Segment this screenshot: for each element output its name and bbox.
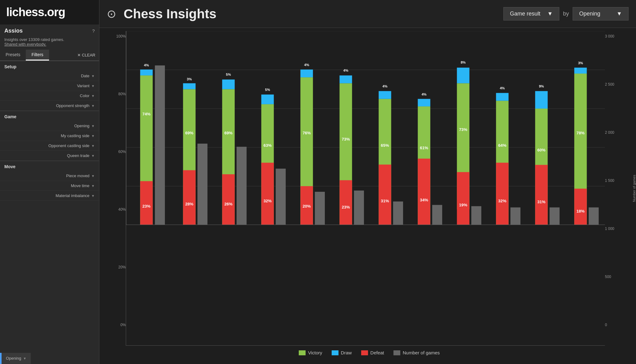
chevron-down-icon: ▼ xyxy=(91,104,95,108)
svg-rect-89 xyxy=(589,207,599,225)
svg-text:8%: 8% xyxy=(461,61,466,64)
svg-text:26%: 26% xyxy=(224,202,233,206)
legend-draw-label: Draw xyxy=(341,350,352,355)
tab-presets[interactable]: Presets xyxy=(0,50,26,61)
dimension-label: Opening xyxy=(579,11,600,17)
filter-opponent-strength-label: Opponent strength xyxy=(56,103,89,108)
sidebar-tabs: Presets Filters ✕ CLEAR xyxy=(0,50,99,61)
y-right-3000: 3 000 xyxy=(605,34,614,38)
svg-rect-82 xyxy=(550,207,560,225)
by-label: by xyxy=(563,11,569,17)
insights-text: Insights over 13309 rated games. xyxy=(4,37,95,42)
header: ⊙ Chess Insights Game result ▼ by Openin… xyxy=(99,0,636,28)
chevron-down-icon: ▼ xyxy=(91,144,95,148)
svg-rect-63 xyxy=(457,68,469,83)
draw-color-swatch xyxy=(332,350,338,355)
svg-rect-35 xyxy=(300,70,313,77)
filter-castling-side[interactable]: My castling side ▼ xyxy=(0,131,99,141)
y-label-80: 80% xyxy=(118,92,126,96)
tab-filters[interactable]: Filters xyxy=(26,50,49,61)
svg-rect-68 xyxy=(471,206,481,225)
filter-date-label: Date xyxy=(81,74,89,78)
dimension-dropdown[interactable]: Opening ▼ xyxy=(573,7,629,20)
chevron-down-icon: ▼ xyxy=(547,11,553,17)
chevron-down-icon: ▼ xyxy=(91,74,95,78)
svg-text:23%: 23% xyxy=(142,204,151,209)
filter-variant[interactable]: Variant ▼ xyxy=(0,81,99,91)
svg-rect-75 xyxy=(511,207,520,225)
filter-queen-trade[interactable]: Queen trade ▼ xyxy=(0,151,99,161)
svg-rect-21 xyxy=(222,79,234,89)
svg-text:23%: 23% xyxy=(342,205,350,209)
svg-rect-78 xyxy=(535,165,547,225)
insights-info: Insights over 13309 rated games. Shared … xyxy=(0,35,99,50)
svg-text:69%: 69% xyxy=(224,131,233,135)
insights-icon: ⊙ xyxy=(107,7,116,20)
filter-material-imbalance[interactable]: Material imbalance ▼ xyxy=(0,191,99,201)
svg-rect-8 xyxy=(140,181,152,225)
filter-color[interactable]: Color ▼ xyxy=(0,91,99,101)
clear-button[interactable]: ✕ CLEAR xyxy=(74,50,99,61)
svg-text:31%: 31% xyxy=(537,200,546,204)
svg-text:78%: 78% xyxy=(576,131,585,135)
filter-opp-castling[interactable]: Opponent castling side ▼ xyxy=(0,141,99,151)
svg-rect-33 xyxy=(276,169,286,225)
game-header: Game xyxy=(0,111,99,121)
svg-text:76%: 76% xyxy=(302,131,311,135)
help-button[interactable]: ? xyxy=(92,28,95,34)
filter-queen-trade-label: Queen trade xyxy=(67,153,89,158)
y-label-0: 0% xyxy=(120,323,126,327)
legend-num-games: Number of games xyxy=(393,350,440,355)
metric-dropdown[interactable]: Game result ▼ xyxy=(503,7,559,20)
y-right-2000: 2 000 xyxy=(605,130,614,135)
svg-rect-19 xyxy=(198,144,207,225)
y-right-500: 500 xyxy=(605,275,611,279)
svg-text:4%: 4% xyxy=(144,63,149,67)
y-label-60: 60% xyxy=(118,150,126,154)
svg-text:4%: 4% xyxy=(304,63,309,67)
chevron-down-icon: ▼ xyxy=(91,154,95,158)
chart-container: 100% 80% 60% 40% 20% 0% xyxy=(99,28,636,364)
svg-rect-40 xyxy=(315,192,325,225)
svg-text:3%: 3% xyxy=(578,61,583,65)
chevron-down-icon: ▼ xyxy=(91,84,95,88)
svg-rect-56 xyxy=(418,99,430,106)
svg-rect-85 xyxy=(574,189,587,225)
svg-rect-49 xyxy=(379,91,391,99)
metric-label: Game result xyxy=(510,11,540,17)
bottom-opening-item[interactable]: Opening ▼ xyxy=(2,353,31,364)
svg-rect-54 xyxy=(393,201,403,225)
svg-text:4%: 4% xyxy=(421,92,426,96)
logo: lichess.org xyxy=(0,0,99,25)
svg-rect-43 xyxy=(339,180,352,225)
svg-text:34%: 34% xyxy=(420,198,428,202)
svg-rect-22 xyxy=(222,174,234,225)
svg-text:73%: 73% xyxy=(459,128,467,132)
svg-rect-42 xyxy=(339,75,352,83)
legend-defeat: Defeat xyxy=(361,350,384,355)
svg-rect-29 xyxy=(261,163,274,225)
chevron-down-icon: ▼ xyxy=(91,94,95,98)
shared-text[interactable]: Shared with everybody. xyxy=(4,42,95,47)
chevron-down-icon: ▼ xyxy=(91,134,95,138)
svg-text:32%: 32% xyxy=(263,199,272,203)
svg-text:63%: 63% xyxy=(263,143,272,148)
num-games-color-swatch xyxy=(393,350,400,355)
victory-color-swatch xyxy=(299,350,306,355)
filter-date[interactable]: Date ▼ xyxy=(0,71,99,81)
svg-text:3%: 3% xyxy=(187,77,192,81)
svg-text:9%: 9% xyxy=(539,84,544,88)
svg-rect-61 xyxy=(432,205,442,225)
svg-text:64%: 64% xyxy=(498,143,507,148)
setup-header: Setup xyxy=(0,61,99,71)
y-axis-right-title: Number of games xyxy=(632,175,636,202)
filter-opening[interactable]: Opening ▼ xyxy=(0,121,99,131)
svg-text:31%: 31% xyxy=(381,199,389,203)
page-title: Chess Insights xyxy=(124,7,498,21)
svg-rect-70 xyxy=(496,93,508,101)
filter-move-time[interactable]: Move time ▼ xyxy=(0,181,99,191)
filter-piece-moved[interactable]: Piece moved ▼ xyxy=(0,171,99,181)
chart-legend: Victory Draw Defeat Number of games xyxy=(112,346,627,358)
filter-opponent-strength[interactable]: Opponent strength ▼ xyxy=(0,101,99,111)
svg-text:5%: 5% xyxy=(226,73,231,76)
